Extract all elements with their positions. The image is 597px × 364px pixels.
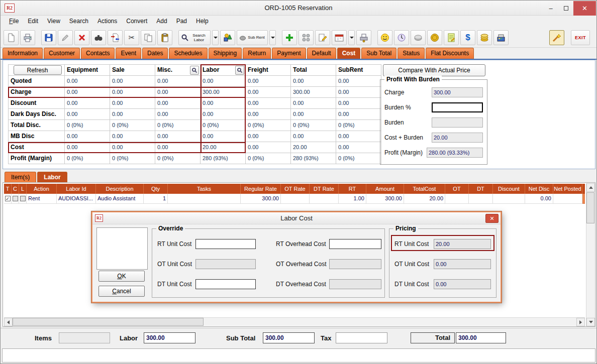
scroll-left-button[interactable] [4, 318, 13, 326]
tab-shipping[interactable]: Shipping [209, 48, 242, 59]
col-rt[interactable]: RT [339, 184, 366, 194]
col-action[interactable]: Action [27, 184, 57, 194]
checkbox-icon[interactable] [13, 196, 18, 201]
maximize-button[interactable] [558, 1, 573, 16]
col-ot-rate[interactable]: OT Rate [281, 184, 310, 194]
col-discount[interactable]: Discount [493, 184, 525, 194]
tab-sub-total[interactable]: Sub Total [361, 48, 396, 59]
col-qty[interactable]: Qty [144, 184, 168, 194]
menu-convert[interactable]: Convert [122, 16, 152, 28]
menu-edit[interactable]: Edit [23, 16, 43, 28]
horizontal-scrollbar[interactable] [4, 317, 585, 326]
print-invoice-button[interactable] [356, 30, 371, 45]
dt-unit-cost-input[interactable] [195, 279, 256, 289]
sub-rent-button[interactable]: Sub Rent [237, 30, 268, 45]
calendar-button[interactable] [332, 30, 347, 45]
misc-search-button[interactable] [190, 66, 199, 75]
horizontal-scroll-thumb[interactable] [13, 318, 204, 326]
search-labor-dropdown[interactable] [212, 30, 219, 45]
col-dt[interactable]: DT [469, 184, 493, 194]
tab-status[interactable]: Status [397, 48, 425, 59]
col-ot[interactable]: OT [445, 184, 469, 194]
col-tasks[interactable]: Tasks [168, 184, 241, 194]
menu-add[interactable]: Add [152, 16, 171, 28]
menu-pad[interactable]: Pad [172, 16, 191, 28]
compare-actual-price-button[interactable]: Compare With Actual Price [383, 64, 485, 76]
sub-rent-dropdown[interactable] [269, 30, 276, 45]
checkbox-icon[interactable] [20, 196, 26, 201]
tab-contacts[interactable]: Contacts [81, 48, 115, 59]
tab-default[interactable]: Default [307, 48, 336, 59]
notes-button[interactable] [315, 30, 330, 45]
labor-search-button[interactable] [235, 66, 244, 75]
col-amount[interactable]: Amount [366, 184, 404, 194]
add-item-button[interactable] [282, 30, 297, 45]
menu-actions[interactable]: Actions [93, 16, 122, 28]
copy-button[interactable] [141, 30, 156, 45]
new-document-button[interactable] [4, 30, 19, 45]
col-labor-id[interactable]: Labor Id [57, 184, 96, 194]
horizontal-scroll-track[interactable] [204, 318, 576, 326]
col-t[interactable]: T [4, 184, 12, 194]
checkbox-checked-icon[interactable]: ✓ [5, 196, 11, 201]
burden-percent-input[interactable] [432, 102, 483, 112]
paste-button[interactable] [157, 30, 172, 45]
col-c[interactable]: C [12, 184, 19, 194]
vertical-scrollbar[interactable] [586, 183, 594, 326]
menu-file[interactable]: File [5, 16, 23, 28]
edit-pencil-button[interactable] [58, 30, 73, 45]
search-labor-button[interactable]: Search Labor [178, 30, 211, 45]
col-net-disc[interactable]: Net Disc [525, 184, 553, 194]
col-totalcost[interactable]: TotalCost [404, 184, 445, 194]
tab-schedules[interactable]: Schedules [169, 48, 207, 59]
currency-transfer-button[interactable]: $ [460, 30, 475, 45]
exit-button[interactable]: EXIT [571, 30, 590, 45]
tab-customer[interactable]: Customer [44, 48, 80, 59]
customer-service-button[interactable] [377, 30, 392, 45]
refresh-button[interactable]: Refresh [14, 65, 62, 75]
find-binoculars-button[interactable] [91, 30, 106, 45]
tab-payment[interactable]: Payment [272, 48, 306, 59]
rt-unit-cost-input[interactable] [195, 239, 256, 249]
rt-overhead-cost-input[interactable] [329, 239, 381, 249]
tab-return[interactable]: Return [243, 48, 271, 59]
tab-labor[interactable]: Labor [37, 172, 67, 182]
col-dt-rate[interactable]: DT Rate [310, 184, 339, 194]
col-description[interactable]: Description [96, 184, 144, 194]
labor-row[interactable]: ✓ Rent AUDIOASSI... Audio Assistant 1 30… [4, 194, 585, 204]
shapes-button[interactable] [220, 30, 235, 45]
money-coin-button[interactable] [427, 30, 442, 45]
menu-search[interactable]: Search [65, 16, 93, 28]
ok-button[interactable]: OK [98, 271, 145, 282]
print-button[interactable] [20, 30, 35, 45]
menu-view[interactable]: View [43, 16, 65, 28]
time-clock-button[interactable] [394, 30, 409, 45]
tab-items[interactable]: Item(s) [5, 172, 36, 182]
worksheet-button[interactable] [444, 30, 459, 45]
menu-help[interactable]: Help [191, 16, 213, 28]
close-button[interactable]: ✕ [573, 1, 596, 16]
wand-button[interactable] [549, 30, 564, 45]
scroll-up-button[interactable] [586, 183, 595, 192]
tab-information[interactable]: Information [3, 48, 43, 59]
dialog-list-box[interactable] [96, 227, 148, 270]
tab-flat-discounts[interactable]: Flat Discounts [426, 48, 474, 59]
dialog-close-button[interactable]: ✕ [485, 214, 499, 223]
tab-dates[interactable]: Dates [142, 48, 168, 59]
money-stack-button[interactable] [477, 30, 492, 45]
disc-button[interactable] [411, 30, 426, 45]
col-net-posted[interactable]: Net Posted [553, 184, 582, 194]
scroll-down-button[interactable] [586, 318, 595, 326]
save-button[interactable] [41, 30, 56, 45]
cancel-button[interactable]: Cancel [98, 286, 145, 297]
scroll-right-button[interactable] [576, 318, 585, 326]
vertical-scroll-thumb[interactable] [586, 192, 594, 223]
col-l[interactable]: L [19, 184, 27, 194]
cash-register-button[interactable] [493, 30, 509, 45]
tab-event[interactable]: Event [116, 48, 141, 59]
cut-button[interactable]: ✂ [124, 30, 139, 45]
tab-cost[interactable]: Cost [337, 48, 361, 59]
delete-button[interactable] [74, 30, 89, 45]
minimize-button[interactable]: – [543, 1, 558, 16]
calendar-dropdown[interactable] [348, 30, 355, 45]
